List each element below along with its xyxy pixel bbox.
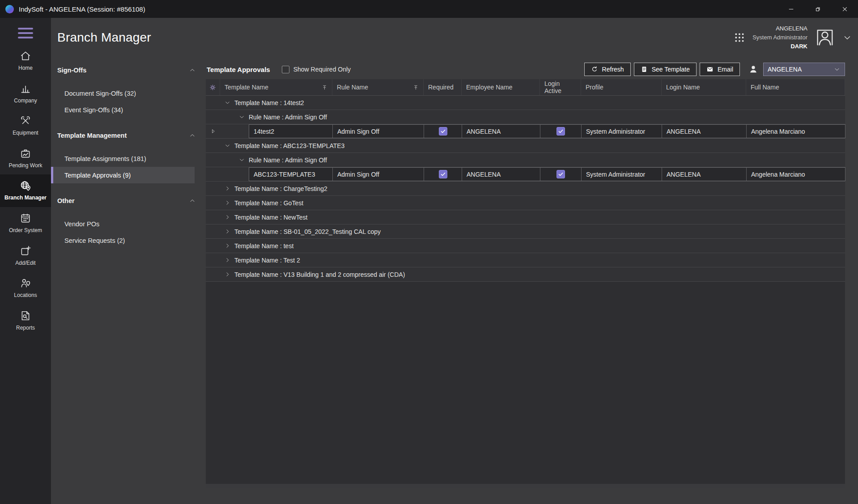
data-row[interactable]: ABC123-TEMPLATE3Admin Sign OffANGELENASy… (206, 167, 845, 182)
group-row[interactable]: Template Name : SB-01_05_2022_Testing CA… (206, 224, 845, 239)
group-row-label: Template Name : Test 2 (234, 253, 300, 267)
group-row[interactable]: Template Name : ChargeTesting2 (206, 182, 845, 196)
group-row[interactable]: Template Name : test (206, 239, 845, 253)
subnav-section-header[interactable]: Sign-Offs (51, 64, 206, 77)
refresh-button[interactable]: Refresh (584, 63, 631, 76)
button-label: See Template (652, 66, 690, 73)
home-icon (20, 50, 31, 62)
column-header-rule-name[interactable]: Rule Name (332, 79, 424, 95)
column-header-login-active[interactable]: Login Active (540, 79, 581, 95)
chevron-right-icon[interactable] (220, 182, 234, 195)
checked-checkbox[interactable] (439, 127, 447, 136)
see-template-button[interactable]: See Template (634, 63, 697, 76)
cell-text: ANGELENA (667, 128, 701, 135)
chevron-down-icon[interactable] (234, 153, 249, 167)
column-header-full-name[interactable]: Full Name (746, 79, 845, 95)
column-header-employee-name[interactable]: Employee Name (462, 79, 540, 95)
user-filter-dropdown[interactable]: ANGELENA (763, 63, 845, 76)
hamburger-menu-button[interactable] (18, 28, 33, 38)
company-icon (20, 83, 31, 94)
chevron-right-icon[interactable] (220, 196, 234, 210)
chevron-right-icon[interactable] (220, 239, 234, 253)
subnav-item-label: Template Approvals (9) (64, 172, 131, 179)
close-button[interactable] (831, 0, 858, 18)
subnav-section-header[interactable]: Other (51, 194, 206, 208)
group-row[interactable]: Template Name : GoTest (206, 196, 845, 210)
user-role: System Administrator (752, 33, 807, 42)
user-menu-chevron-icon[interactable] (842, 33, 852, 42)
checked-checkbox[interactable] (439, 170, 447, 178)
sidebar-item-equipment[interactable]: Equipment (0, 110, 51, 142)
restore-button[interactable] (804, 0, 831, 18)
row-gutter (206, 239, 220, 253)
pending-work-icon (20, 148, 31, 159)
sidebar-item-company[interactable]: Company (0, 77, 51, 110)
sidebar-item-label: Reports (16, 325, 35, 332)
cell-text: ANGELENA (467, 171, 501, 178)
chevron-down-icon[interactable] (234, 110, 249, 124)
button-label: Email (718, 66, 733, 73)
group-row[interactable]: Template Name : Test 2 (206, 253, 845, 267)
cell-text: Admin Sign Off (337, 171, 379, 178)
subnav-item-event-sign-offs-34[interactable]: Event Sign-Offs (34) (51, 102, 195, 118)
group-row[interactable]: Rule Name : Admin Sign Off (206, 153, 845, 167)
chevron-right-icon[interactable] (220, 253, 234, 267)
column-header-label: Full Name (751, 84, 779, 91)
apps-grid-icon[interactable] (734, 32, 745, 43)
column-header-login-name[interactable]: Login Name (662, 79, 746, 95)
cell-required (424, 168, 462, 181)
column-header-required[interactable]: Required (424, 79, 462, 95)
order-system-icon (20, 212, 31, 224)
group-row[interactable]: Rule Name : Admin Sign Off (206, 110, 845, 124)
window-title: IndySoft - ANGELENA (Session: #856108) (19, 5, 145, 13)
column-header-label: Login Active (544, 80, 576, 94)
group-row[interactable]: Template Name : ABC123-TEMPLATE3 (206, 139, 845, 153)
subnav-item-label: Event Sign-Offs (34) (64, 106, 123, 114)
chevron-down-icon[interactable] (220, 96, 234, 110)
subnav-item-document-sign-offs-32[interactable]: Document Sign-Offs (32) (51, 85, 195, 102)
grid-customize-button[interactable] (206, 79, 220, 95)
sidebar-item-locations[interactable]: Locations (0, 272, 51, 305)
row-gutter (206, 196, 220, 210)
cell-text: ANGELENA (667, 171, 701, 178)
chevron-right-icon[interactable] (220, 267, 234, 281)
person-icon (748, 64, 758, 74)
email-icon (706, 66, 714, 73)
show-required-only-checkbox[interactable]: Show Required Only (282, 66, 351, 73)
group-row-label: Template Name : V13 Building 1 and 2 com… (234, 267, 405, 281)
sidebar-item-home[interactable]: Home (0, 45, 51, 77)
group-row[interactable]: Template Name : 14test2 (206, 96, 845, 110)
checked-checkbox[interactable] (556, 170, 565, 178)
minimize-button[interactable] (777, 0, 804, 18)
column-header-template-name[interactable]: Template Name (220, 79, 332, 95)
subnav-panel: Sign-OffsDocument Sign-Offs (32)Event Si… (51, 57, 206, 504)
sidebar-item-branch-manager[interactable]: Branch Manager (0, 174, 51, 207)
subnav-item-template-approvals-9[interactable]: Template Approvals (9) (51, 167, 195, 183)
subnav-item-template-assignments-181[interactable]: Template Assignments (181) (51, 150, 195, 167)
email-button[interactable]: Email (700, 63, 740, 76)
refresh-icon (591, 66, 598, 73)
horizontal-scrollbar[interactable] (206, 484, 845, 488)
sidebar-item-add-edit[interactable]: Add/Edit (0, 240, 51, 272)
column-header-profile[interactable]: Profile (581, 79, 662, 95)
group-row[interactable]: Template Name : NewTest (206, 210, 845, 224)
sidebar-item-pending-work[interactable]: Pending Work (0, 142, 51, 175)
subnav-item-vendor-pos[interactable]: Vendor POs (51, 216, 195, 232)
data-row[interactable]: 14test2Admin Sign OffANGELENASystem Admi… (206, 124, 845, 139)
sidebar-item-order-system[interactable]: Order System (0, 207, 51, 240)
checked-checkbox[interactable] (556, 127, 565, 136)
titlebar: IndySoft - ANGELENA (Session: #856108) (0, 0, 858, 18)
avatar[interactable] (815, 27, 835, 48)
grid-title: Template Approvals (207, 66, 270, 73)
chevron-down-icon[interactable] (220, 139, 234, 152)
locations-icon (20, 277, 31, 289)
chevron-right-icon[interactable] (220, 210, 234, 224)
sidebar-item-label: Home (18, 65, 33, 72)
cell-login-active (540, 168, 582, 181)
chevron-right-icon[interactable] (220, 224, 234, 238)
group-row[interactable]: Template Name : V13 Building 1 and 2 com… (206, 267, 845, 282)
subnav-item-service-requests-2[interactable]: Service Requests (2) (51, 232, 195, 249)
subnav-section-header[interactable]: Template Management (51, 129, 206, 142)
cell-text: System Administrator (586, 171, 645, 178)
sidebar-item-reports[interactable]: Reports (0, 305, 51, 337)
